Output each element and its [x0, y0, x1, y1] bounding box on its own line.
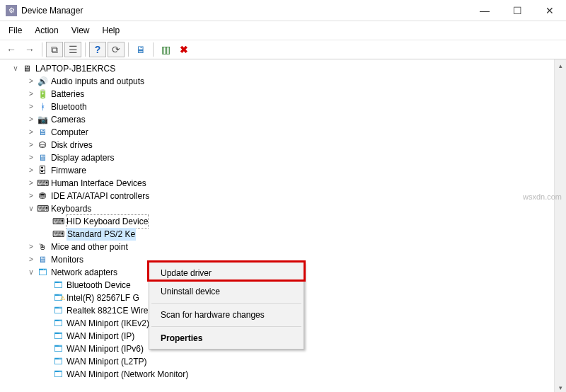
app-icon: ⚙ [6, 5, 17, 16]
expand-icon[interactable]: > [27, 88, 35, 100]
menu-file[interactable]: File [3, 24, 28, 37]
hid-icon: ⌨ [37, 178, 48, 189]
collapse-icon[interactable]: v [27, 202, 35, 215]
help-toolbar-button[interactable]: ? [89, 42, 106, 57]
refresh-button[interactable]: ⟳ [108, 42, 125, 57]
category-disk[interactable]: >⛁Disk drives [3, 139, 566, 151]
menu-action[interactable]: Action [29, 24, 64, 37]
expand-icon[interactable]: > [27, 151, 35, 164]
tree-root[interactable]: v 🖥 LAPTOP-JB1EKRCS [3, 62, 566, 75]
expand-icon[interactable]: > [27, 164, 35, 177]
scroll-down-button[interactable]: ▾ [555, 381, 566, 392]
expand-icon[interactable]: > [27, 75, 35, 88]
collapse-icon[interactable]: v [27, 266, 35, 279]
title-bar: ⚙ Device Manager — ☐ ✕ [0, 0, 566, 21]
expand-icon[interactable]: > [27, 100, 35, 113]
category-label: Human Interface Devices [51, 177, 146, 190]
network-adapter-icon: 🗔 [52, 305, 64, 316]
watermark: wsxdn.com [523, 192, 562, 201]
menu-bar: File Action View Help [0, 21, 566, 40]
context-separator [151, 326, 301, 327]
toolbar-separator [128, 42, 129, 57]
category-label: Keyboards [51, 202, 91, 215]
device-ps2-keyboard[interactable]: ⌨ Standard PS/2 Ke [3, 228, 566, 241]
menu-help[interactable]: Help [97, 24, 126, 37]
network-adapter-icon: 🗔 [52, 369, 64, 380]
nav-back-button[interactable]: ← [3, 42, 20, 57]
category-bluetooth[interactable]: >ᚼBluetooth [3, 100, 566, 113]
category-mice[interactable]: > 🖱 Mice and other point [3, 241, 566, 253]
category-label: IDE ATA/ATAPI controllers [51, 190, 149, 202]
scroll-up-button[interactable]: ▴ [555, 59, 566, 71]
category-keyboards[interactable]: v ⌨ Keyboards [3, 202, 566, 215]
ctx-update-driver[interactable]: Update driver [151, 264, 302, 282]
ctx-uninstall-device[interactable]: Uninstall device [151, 282, 302, 301]
expand-icon[interactable]: > [27, 241, 35, 253]
batteries-icon: 🔋 [37, 88, 48, 100]
expand-icon[interactable]: > [27, 253, 35, 266]
network-adapter-icon: 🗔 [52, 292, 64, 304]
network-adapter-icon: 🗔 [52, 330, 64, 342]
disk-icon: ⛁ [37, 139, 48, 151]
network-adapter-icon: 🗔 [52, 318, 64, 329]
category-ide[interactable]: >⛃IDE ATA/ATAPI controllers [3, 190, 566, 202]
network-icon: 🗔 [37, 267, 48, 278]
close-button[interactable]: ✕ [533, 0, 566, 21]
device-label: Standard PS/2 Ke [67, 228, 136, 241]
update-driver-toolbar-button[interactable]: ▥ [157, 42, 174, 57]
monitor-icon: 🖥 [37, 254, 48, 265]
keyboard-icon: ⌨ [52, 229, 64, 240]
ctx-properties[interactable]: Properties [151, 329, 302, 347]
category-label: Display adapters [51, 151, 114, 164]
window-title: Device Manager [21, 6, 468, 16]
collapse-icon[interactable]: v [11, 62, 20, 75]
toolbar-separator [85, 42, 86, 57]
expand-icon[interactable]: > [27, 113, 35, 126]
device-label: WAN Miniport (IPv6) [67, 342, 144, 355]
toolbar-separator [42, 42, 42, 57]
category-label: Network adapters [51, 266, 117, 279]
device-wan-l2tp[interactable]: 🗔WAN Miniport (L2TP) [3, 355, 566, 368]
maximize-button[interactable]: ☐ [501, 0, 533, 21]
firmware-icon: 🗄 [37, 165, 48, 176]
show-hidden-button[interactable]: ⧉ [46, 42, 63, 57]
scan-hardware-button[interactable]: 🖥 [132, 42, 149, 57]
context-separator [151, 303, 301, 304]
expand-icon[interactable]: > [27, 190, 35, 202]
device-hid-keyboard[interactable]: ⌨ HID Keyboard Device [3, 215, 566, 228]
keyboard-icon: ⌨ [37, 203, 48, 214]
device-wan-netmon[interactable]: 🗔WAN Miniport (Network Monitor) [3, 368, 566, 381]
computer-icon: 🖥 [21, 63, 33, 74]
context-menu: Update driver Uninstall device Scan for … [149, 262, 304, 350]
expand-icon[interactable]: > [27, 126, 35, 139]
root-label: LAPTOP-JB1EKRCS [35, 62, 115, 75]
vertical-scrollbar[interactable]: ▴ ▾ [554, 59, 566, 392]
device-label: WAN Miniport (L2TP) [67, 355, 147, 368]
display-icon: 🖥 [37, 152, 48, 163]
nav-forward-button[interactable]: → [21, 42, 38, 57]
network-adapter-icon: 🗔 [52, 356, 64, 367]
keyboard-icon: ⌨ [52, 216, 64, 227]
expand-icon[interactable]: > [27, 139, 35, 151]
ctx-scan-hardware[interactable]: Scan for hardware changes [151, 306, 302, 324]
category-label: Bluetooth [51, 100, 87, 113]
properties-toolbar-button[interactable]: ☰ [64, 42, 81, 57]
device-label: HID Keyboard Device [67, 215, 148, 228]
device-tree-container: v 🖥 LAPTOP-JB1EKRCS >🔊Audio inputs and o… [0, 59, 566, 392]
category-batteries[interactable]: >🔋Batteries [3, 88, 566, 100]
category-label: Batteries [51, 88, 84, 100]
category-computer[interactable]: >🖥Computer [3, 126, 566, 139]
category-hid[interactable]: >⌨Human Interface Devices [3, 177, 566, 190]
category-label: Cameras [51, 113, 86, 126]
category-display[interactable]: >🖥Display adapters [3, 151, 566, 164]
device-label: WAN Miniport (Network Monitor) [67, 368, 188, 381]
uninstall-toolbar-button[interactable]: ✖ [175, 42, 192, 57]
menu-view[interactable]: View [66, 24, 96, 37]
category-firmware[interactable]: >🗄Firmware [3, 164, 566, 177]
network-adapter-icon: 🗔 [52, 279, 64, 291]
minimize-button[interactable]: — [468, 0, 501, 21]
category-cameras[interactable]: >📷Cameras [3, 113, 566, 126]
network-adapter-icon: 🗔 [52, 343, 64, 354]
expand-icon[interactable]: > [27, 177, 35, 190]
category-audio[interactable]: >🔊Audio inputs and outputs [3, 75, 566, 88]
